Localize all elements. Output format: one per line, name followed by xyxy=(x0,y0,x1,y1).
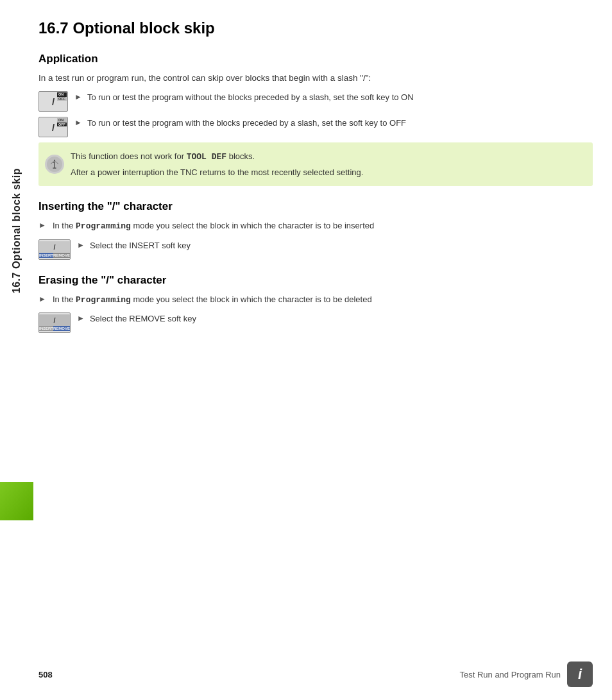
footer: 508 Test Run and Program Run i xyxy=(38,662,593,687)
arrow-icon-2: ► xyxy=(74,118,82,127)
inserting-title: Inserting the "/" character xyxy=(38,200,593,213)
inserting-step1: In the Programming mode you select the b… xyxy=(53,219,374,233)
erasing-step2-item: / INSERT REMOVE ► Select the REMOVE soft… xyxy=(38,312,593,333)
sidebar-label: 16.7 Optional block skip xyxy=(0,0,33,462)
info-box: This function does not work for TOOL DEF… xyxy=(38,142,593,186)
application-intro: In a test run or program run, the contro… xyxy=(38,72,593,85)
bullet2-text: To run or test the program with the bloc… xyxy=(87,117,406,130)
main-content: 16.7 Optional block skip Application In … xyxy=(38,19,593,662)
inserting-step2-item: / INSERT REMOVE ► Select the INSERT soft… xyxy=(38,239,593,260)
page-number: 508 xyxy=(38,670,53,679)
remove-icon: / INSERT REMOVE xyxy=(38,312,71,333)
application-title: Application xyxy=(38,53,593,65)
footer-section-label: Test Run and Program Run xyxy=(459,670,561,679)
erasing-step1: In the Programming mode you select the b… xyxy=(53,293,372,307)
bullet-off: / ON OFF ► To run or test the program wi… xyxy=(38,117,593,137)
off-icon: / ON OFF xyxy=(38,117,68,137)
svg-point-1 xyxy=(54,160,55,161)
info-icon xyxy=(45,155,64,174)
sidebar-text: 16.7 Optional block skip xyxy=(11,168,22,293)
arrow-icon-1: ► xyxy=(74,92,82,101)
info-line1: This function does not work for TOOL DEF… xyxy=(71,150,584,164)
section-inserting: Inserting the "/" character ► In the Pro… xyxy=(38,200,593,260)
info-line2: After a power interruption the TNC retur… xyxy=(71,166,584,179)
insert-icon: / INSERT REMOVE xyxy=(38,239,71,260)
inserting-step2: Select the INSERT soft key xyxy=(90,239,191,252)
erasing-step2: Select the REMOVE soft key xyxy=(90,312,196,325)
section-erasing: Erasing the "/" character ► In the Progr… xyxy=(38,274,593,334)
arrow-icon-5: ► xyxy=(38,295,46,303)
page-title: 16.7 Optional block skip xyxy=(38,19,593,37)
footer-right: Test Run and Program Run i xyxy=(459,662,593,687)
arrow-icon-4: ► xyxy=(77,241,85,250)
erasing-step1-item: ► In the Programming mode you select the… xyxy=(38,293,593,307)
bullet-on: / ON OFF ► To run or test the program wi… xyxy=(38,91,593,112)
inserting-step1-item: ► In the Programming mode you select the… xyxy=(38,219,593,233)
on-icon: / ON OFF xyxy=(38,91,68,112)
info-circle-icon: i xyxy=(567,662,593,687)
green-accent xyxy=(0,482,33,520)
section-application: Application In a test run or program run… xyxy=(38,53,593,186)
arrow-icon-6: ► xyxy=(77,314,85,323)
erasing-title: Erasing the "/" character xyxy=(38,274,593,287)
bullet1-text: To run or test the program without the b… xyxy=(87,91,414,104)
arrow-icon-3: ► xyxy=(38,221,46,230)
